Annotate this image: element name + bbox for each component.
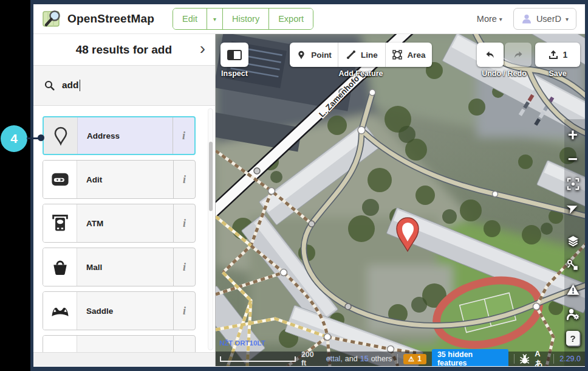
area-icon [392,49,403,60]
report-bug-icon[interactable] [520,354,530,364]
preset-item-mall[interactable]: Mall i [43,248,196,286]
preset-info-button[interactable]: i [173,161,195,198]
preferences-button[interactable] [563,304,583,324]
issues-count-badge[interactable]: ⚠ 1 [403,354,426,364]
add-line-button[interactable]: Line [338,43,386,67]
navigation-arrow-icon [566,201,579,215]
layers-icon [566,234,580,248]
background-settings-button[interactable] [563,231,583,251]
attribution-others-link[interactable]: 15 [360,355,369,363]
sidebar-footer [33,352,215,366]
more-menu[interactable]: More ▾ [477,14,502,24]
translate-icon[interactable]: Aあ [535,349,548,367]
undo-icon [485,50,496,60]
user-menu-button[interactable]: UserD ▾ [513,8,576,30]
user-name: UserD [536,14,561,24]
search-sidebar: 48 results for add › add Address [33,34,216,366]
edit-button[interactable]: Edit [173,9,207,29]
annotation-badge-4: 4 [1,125,27,152]
preset-info-button[interactable]: i [173,117,194,154]
inspect-panel-icon [227,50,242,60]
undo-button[interactable] [477,43,504,67]
history-button[interactable]: History [223,9,269,29]
preset-label: Saddle [77,292,173,330]
zoom-in-button[interactable]: + [563,125,583,145]
edit-dropdown-caret[interactable]: ▾ [207,9,223,29]
imagery-label: NŽT ORT10LT [219,339,265,347]
preset-info-button[interactable]: i [173,204,195,242]
warning-triangle-icon [566,283,580,297]
help-icon: ? [570,333,575,344]
top-header: OpenStreetMap Edit ▾ History Export More… [33,4,585,34]
results-header: 48 results for add › [33,34,215,66]
text-cursor [80,80,81,91]
annotation-connector-dot [38,134,44,141]
help-button[interactable]: ? [563,328,583,348]
point-pin-icon [296,49,307,60]
chevron-down-icon: ▾ [213,16,216,23]
address-pin-icon [50,125,71,146]
line-icon [346,49,357,60]
inspect-label: Inspect [221,69,248,78]
save-label: Save [549,69,566,78]
atm-icon [50,213,70,234]
search-icon [44,80,55,91]
save-count-badge: 1 [563,50,568,60]
upload-icon [548,49,559,60]
geolocate-button[interactable] [563,198,583,218]
inspect-button[interactable] [220,43,248,67]
user-avatar-icon [521,13,532,24]
zoom-to-selection-button[interactable] [563,174,583,193]
preset-label [77,336,173,352]
results-title: 48 results for add [48,43,200,57]
preset-item-atm[interactable]: ATM i [43,204,196,243]
header-right: More ▾ UserD ▾ [477,8,576,30]
mall-basket-icon [50,257,70,277]
preset-info-button[interactable]: i [173,248,195,286]
preset-item-adit[interactable]: Adit i [43,160,196,199]
search-input[interactable]: add [62,80,79,90]
map-controls: + − [563,125,583,353]
imagery-attribution: ettal, and 15 others [326,355,392,363]
preset-item-partial[interactable] [43,335,196,352]
map-canvas[interactable]: L. Zamenhofo g. NŽT ORT10LT Inspect [216,34,585,366]
preset-result-list: Address i Adit i [33,106,215,352]
list-scrollbar[interactable] [208,108,213,350]
site-title: OpenStreetMap [67,12,154,26]
search-bar[interactable]: add [33,66,215,106]
preset-info-button[interactable]: i [173,292,195,330]
add-feature-cluster: Point Line [290,43,432,78]
undo-redo-label: Undo / Redo [482,69,527,78]
undo-redo-cluster: Undo / Redo [477,43,532,78]
scrollbar-thumb[interactable] [209,142,213,211]
scale-bar [220,356,296,362]
openstreetmap-logo-icon [42,9,63,29]
map-data-button[interactable] [563,255,583,275]
preset-label: Mall [77,248,173,286]
save-button[interactable]: 1 [535,43,580,67]
issues-button[interactable] [563,280,583,299]
chevron-down-icon: ▾ [566,16,569,23]
hidden-features-button[interactable]: 35 hidden features [432,349,508,367]
preset-label: ATM [77,204,173,242]
zoom-out-button[interactable]: − [563,150,583,169]
add-point-button[interactable]: Point [290,43,338,67]
redo-icon [513,50,524,60]
satellite-imagery: L. Zamenhofo g. NŽT ORT10LT [216,34,585,366]
attribution-link[interactable]: ettal, [326,355,343,363]
version-link[interactable]: 2.29.0 [559,355,581,363]
divider [514,354,514,364]
user-gear-icon [566,307,580,321]
export-button[interactable]: Export [269,9,313,29]
inspect-cluster: Inspect [220,43,248,78]
warning-icon: ⚠ [408,355,414,363]
partial-preset-icon [50,344,70,352]
preset-item-saddle[interactable]: Saddle i [43,291,196,330]
redo-button[interactable] [505,43,532,67]
preset-item-address[interactable]: Address i [43,116,196,155]
preset-label: Adit [77,161,173,198]
frame-target-icon [566,177,580,191]
preset-info-button[interactable] [173,336,195,352]
collapse-chevron-icon[interactable]: › [200,40,209,60]
add-area-button[interactable]: Area [386,43,432,67]
